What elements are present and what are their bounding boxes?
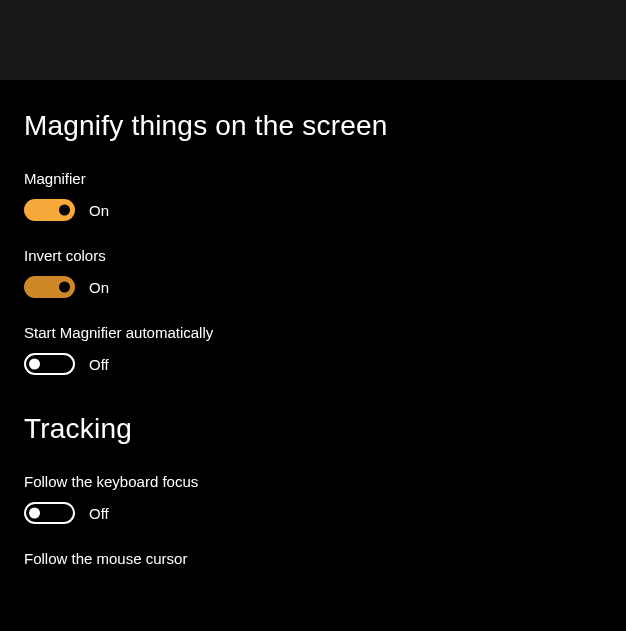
keyboard-focus-toggle[interactable] [24, 502, 75, 524]
start-auto-toggle[interactable] [24, 353, 75, 375]
toggle-thumb [29, 508, 40, 519]
keyboard-focus-toggle-row: Off [24, 502, 602, 524]
invert-colors-label: Invert colors [24, 247, 602, 264]
magnifier-toggle[interactable] [24, 199, 75, 221]
start-auto-state: Off [89, 356, 109, 373]
magnifier-label: Magnifier [24, 170, 602, 187]
mouse-cursor-label: Follow the mouse cursor [24, 550, 602, 567]
toggle-thumb [59, 282, 70, 293]
setting-keyboard-focus: Follow the keyboard focus Off [24, 473, 602, 524]
setting-mouse-cursor: Follow the mouse cursor [24, 550, 602, 567]
magnifier-state: On [89, 202, 109, 219]
setting-invert-colors: Invert colors On [24, 247, 602, 298]
toggle-thumb [59, 205, 70, 216]
invert-colors-state: On [89, 279, 109, 296]
tracking-heading: Tracking [24, 413, 602, 445]
magnifier-toggle-row: On [24, 199, 602, 221]
start-auto-label: Start Magnifier automatically [24, 324, 602, 341]
setting-magnifier: Magnifier On [24, 170, 602, 221]
start-auto-toggle-row: Off [24, 353, 602, 375]
toggle-thumb [29, 359, 40, 370]
invert-colors-toggle[interactable] [24, 276, 75, 298]
settings-content: Magnify things on the screen Magnifier O… [0, 80, 626, 567]
magnify-heading: Magnify things on the screen [24, 110, 602, 142]
keyboard-focus-label: Follow the keyboard focus [24, 473, 602, 490]
top-bar [0, 0, 626, 80]
setting-start-auto: Start Magnifier automatically Off [24, 324, 602, 375]
keyboard-focus-state: Off [89, 505, 109, 522]
invert-colors-toggle-row: On [24, 276, 602, 298]
